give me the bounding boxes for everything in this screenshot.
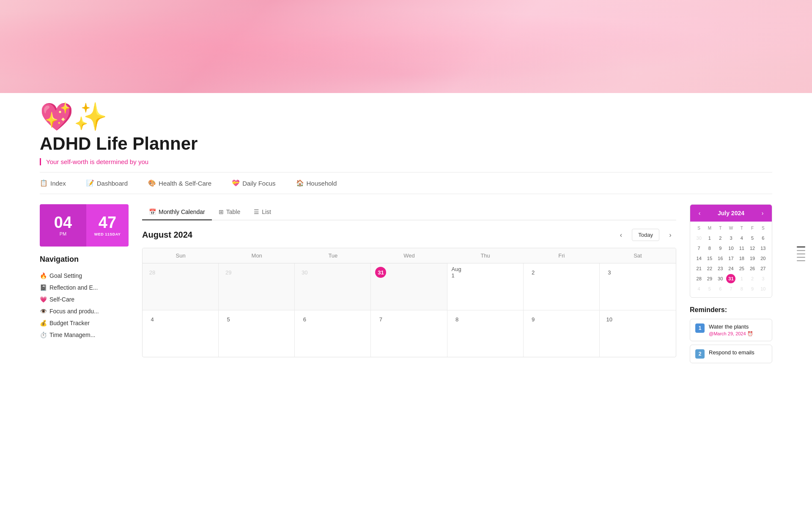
- calendar-cell[interactable]: 5: [219, 310, 295, 357]
- time-icon: ⏱️: [40, 332, 47, 338]
- tab-list[interactable]: ☰ List: [247, 204, 278, 220]
- mini-day-t2: T: [736, 225, 747, 231]
- calendar-cell[interactable]: 8: [447, 310, 524, 357]
- mini-cal-day-today[interactable]: 31: [726, 274, 735, 283]
- calendar-cell[interactable]: 2: [524, 263, 600, 310]
- mini-cal-day[interactable]: 7: [726, 284, 735, 293]
- household-icon: 🏠: [296, 179, 304, 187]
- mini-cal-day[interactable]: 14: [694, 254, 704, 263]
- mini-cal-day[interactable]: 11: [737, 244, 746, 253]
- mini-cal-day[interactable]: 15: [705, 254, 714, 263]
- calendar-cell[interactable]: 6: [295, 310, 371, 357]
- mini-cal-day[interactable]: 28: [694, 274, 704, 283]
- mini-cal-day[interactable]: 30: [694, 233, 704, 243]
- nav-goal-setting[interactable]: 🔥 Goal Setting: [40, 270, 129, 282]
- cell-date-today: 31: [375, 267, 386, 278]
- mini-cal-day[interactable]: 23: [716, 264, 725, 273]
- cell-date: 29: [223, 267, 234, 278]
- table-tab-icon: ⊞: [219, 208, 224, 215]
- mini-cal-day[interactable]: 20: [758, 254, 768, 263]
- mini-cal-day[interactable]: 7: [694, 244, 704, 253]
- calendar-next-arrow[interactable]: ›: [664, 229, 676, 241]
- mini-cal-day[interactable]: 4: [694, 284, 704, 293]
- mini-cal-day[interactable]: 16: [716, 254, 725, 263]
- mini-cal-day[interactable]: 8: [737, 284, 746, 293]
- mini-cal-day[interactable]: 2: [716, 233, 725, 243]
- mini-cal-day[interactable]: 9: [748, 284, 757, 293]
- calendar-cell[interactable]: 7: [371, 310, 447, 357]
- nav-item-household[interactable]: 🏠 Household: [296, 179, 337, 187]
- mini-cal-day[interactable]: 30: [716, 274, 725, 283]
- calendar-cell[interactable]: 10: [600, 310, 676, 357]
- nav-focus[interactable]: 👁️ Focus and produ...: [40, 305, 129, 317]
- tab-monthly-calendar[interactable]: 📅 Monthly Calendar: [142, 204, 212, 220]
- calendar-cell-today[interactable]: 31: [371, 263, 447, 310]
- mini-cal-day[interactable]: 8: [705, 244, 714, 253]
- cell-date: 10: [604, 314, 615, 325]
- mini-cal-week-1: 30 1 2 3 4 5 6: [694, 233, 768, 243]
- mini-cal-day[interactable]: 3: [758, 274, 768, 283]
- calendar-tab-icon: 📅: [149, 208, 156, 215]
- mini-cal-day[interactable]: 5: [705, 284, 714, 293]
- mini-cal-day[interactable]: 6: [716, 284, 725, 293]
- nav-item-health[interactable]: 🎨 Health & Self-Care: [148, 179, 211, 187]
- calendar-month-title: August 2024: [142, 230, 192, 240]
- calendar-header: August 2024 ‹ Today ›: [142, 229, 676, 241]
- mini-cal-next[interactable]: ›: [758, 209, 767, 217]
- nav-selfcare[interactable]: 💗 Self-Care: [40, 293, 129, 305]
- mini-cal-day[interactable]: 21: [694, 264, 704, 273]
- mini-cal-day[interactable]: 18: [737, 254, 746, 263]
- mini-cal-day[interactable]: 26: [748, 264, 757, 273]
- cell-date: 28: [147, 267, 158, 278]
- mini-cal-day[interactable]: 17: [726, 254, 735, 263]
- calendar-cell[interactable]: 30: [295, 263, 371, 310]
- mini-cal-day[interactable]: 4: [737, 233, 746, 243]
- mini-cal-day[interactable]: 10: [758, 284, 768, 293]
- mini-cal-day[interactable]: 3: [726, 233, 735, 243]
- calendar-cell[interactable]: 29: [219, 263, 295, 310]
- mini-cal-day[interactable]: 12: [748, 244, 757, 253]
- cell-date: 2: [528, 267, 539, 278]
- mini-cal-day[interactable]: 5: [748, 233, 757, 243]
- mini-cal-day[interactable]: 22: [705, 264, 714, 273]
- mini-cal-day[interactable]: 19: [748, 254, 757, 263]
- mini-cal-day[interactable]: 13: [758, 244, 768, 253]
- reminder-content-1: Water the plants @March 29, 2024 ⏰: [709, 323, 753, 337]
- cell-date: Aug 1: [452, 267, 463, 278]
- nav-time[interactable]: ⏱️ Time Managem...: [40, 329, 129, 341]
- index-icon: 📋: [40, 179, 48, 187]
- calendar-cell[interactable]: 4: [143, 310, 219, 357]
- mini-cal-day[interactable]: 10: [726, 244, 735, 253]
- mini-cal-day[interactable]: 24: [726, 264, 735, 273]
- cell-date: 8: [452, 314, 463, 325]
- mini-cal-day[interactable]: 1: [705, 233, 714, 243]
- nav-item-index[interactable]: 📋 Index: [40, 179, 66, 187]
- calendar-cell[interactable]: 3: [600, 263, 676, 310]
- cell-date: 6: [299, 314, 310, 325]
- cell-date: 30: [299, 267, 310, 278]
- dashboard-icon: 📝: [86, 179, 94, 187]
- budget-icon: 💰: [40, 320, 47, 326]
- mini-cal-day[interactable]: 29: [705, 274, 714, 283]
- tab-table[interactable]: ⊞ Table: [212, 204, 247, 220]
- calendar-nav: ‹ Today ›: [615, 229, 676, 241]
- today-button[interactable]: Today: [632, 229, 659, 241]
- mini-cal-day[interactable]: 1: [737, 274, 746, 283]
- calendar-prev-arrow[interactable]: ‹: [615, 229, 627, 241]
- scroll-line: [797, 253, 805, 254]
- calendar-cell[interactable]: Aug 1: [447, 263, 524, 310]
- mini-cal-prev[interactable]: ‹: [695, 209, 704, 217]
- calendar-cell[interactable]: 9: [524, 310, 600, 357]
- nav-reflection[interactable]: 📓 Reflection and E...: [40, 282, 129, 293]
- calendar-weeks: 28 29 30 31 Aug 1: [143, 263, 676, 357]
- mini-cal-day[interactable]: 27: [758, 264, 768, 273]
- mini-cal-day[interactable]: 9: [716, 244, 725, 253]
- mini-cal-day[interactable]: 2: [748, 274, 757, 283]
- mini-cal-day[interactable]: 6: [758, 233, 768, 243]
- nav-item-daily-focus[interactable]: 💝 Daily Focus: [232, 179, 275, 187]
- calendar-cell[interactable]: 28: [143, 263, 219, 310]
- nav-item-dashboard[interactable]: 📝 Dashboard: [86, 179, 128, 187]
- day-header-thu: Thu: [447, 248, 524, 263]
- nav-budget[interactable]: 💰 Budget Tracker: [40, 317, 129, 329]
- mini-cal-day[interactable]: 25: [737, 264, 746, 273]
